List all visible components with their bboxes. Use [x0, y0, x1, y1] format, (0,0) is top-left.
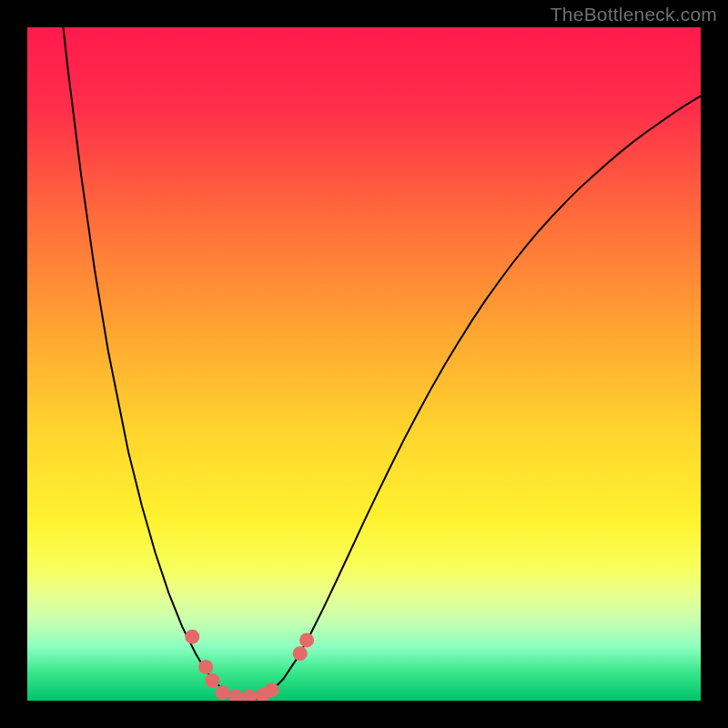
data-marker	[198, 660, 213, 674]
data-marker	[216, 685, 230, 700]
data-marker	[265, 682, 279, 697]
data-marker	[299, 632, 314, 647]
data-marker	[185, 630, 199, 644]
watermark-text: TheBottleneck.com	[551, 4, 717, 25]
gradient-background	[27, 27, 701, 701]
plot-area	[27, 27, 701, 701]
data-marker	[206, 673, 220, 688]
bottleneck-chart	[27, 27, 701, 701]
chart-frame: TheBottleneck.com	[0, 0, 728, 728]
data-marker	[293, 646, 308, 661]
